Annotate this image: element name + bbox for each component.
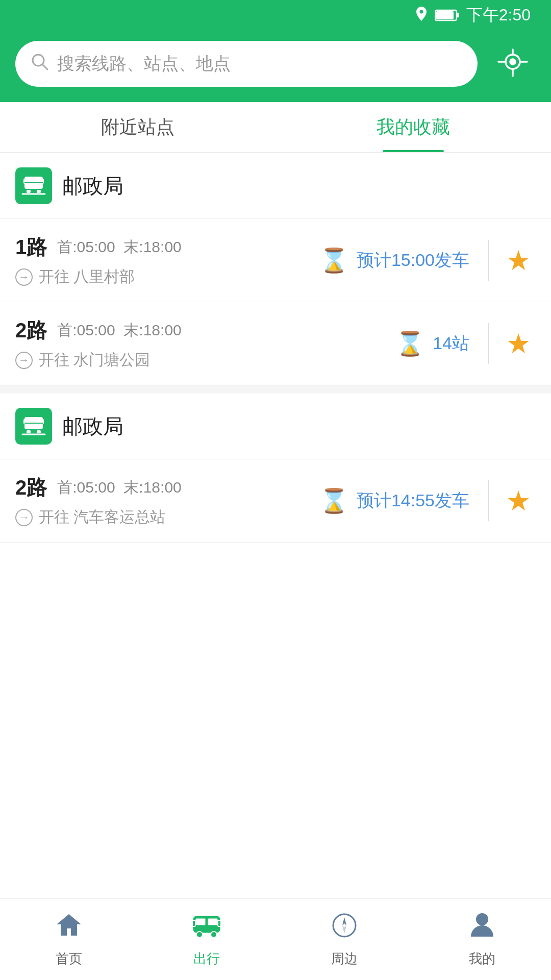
bottom-nav: 首页 出行 周边 (0, 898, 551, 980)
content: 邮政局 1路 首:05:00 末:18:00 → 开往 八里村部 ⌛ 预计15:… (0, 153, 551, 543)
hourglass-icon-3: ⌛ (319, 487, 348, 514)
bus-nav-icon (191, 911, 222, 946)
nav-label-travel: 出行 (193, 950, 220, 968)
svg-rect-1 (457, 13, 459, 17)
station-block-1: 邮政局 1路 首:05:00 末:18:00 → 开往 八里村部 ⌛ 预计15:… (0, 153, 551, 385)
hourglass-icon-2: ⌛ (395, 330, 424, 357)
location-button[interactable] (490, 41, 536, 87)
route-bottom-2: → 开往 水门塘公园 (15, 350, 395, 371)
svg-marker-34 (342, 925, 346, 934)
row-divider-1 (488, 240, 489, 281)
route-bottom-3: → 开往 汽车客运总站 (15, 507, 319, 528)
status-bar: 下午2:50 (0, 0, 551, 31)
svg-point-31 (211, 932, 217, 938)
svg-marker-33 (342, 917, 346, 925)
nav-item-travel[interactable]: 出行 (138, 899, 276, 980)
svg-line-4 (43, 65, 47, 69)
route-times-2: 首:05:00 末:18:00 (57, 320, 182, 341)
arrival-text-1: 预计15:00发车 (357, 249, 469, 272)
svg-point-30 (196, 932, 203, 938)
nav-item-home[interactable]: 首页 (0, 899, 138, 980)
station-block-2: 邮政局 2路 首:05:00 末:18:00 → 开往 汽车客运总站 ⌛ 预计1… (0, 394, 551, 543)
svg-rect-2 (436, 11, 454, 19)
location-status-icon (414, 7, 429, 24)
person-icon (469, 911, 495, 946)
route-info-2: 2路 首:05:00 末:18:00 → 开往 水门塘公园 (15, 316, 395, 371)
route-bottom-1: → 开往 八里村部 (15, 266, 319, 287)
arrival-text-2: 14站 (433, 332, 469, 355)
tabs: 附近站点 我的收藏 (0, 102, 551, 153)
route-number-3: 2路 (15, 474, 47, 502)
tab-favorites[interactable]: 我的收藏 (276, 102, 551, 152)
arrival-section-2: ⌛ 14站 (395, 330, 469, 357)
route-times-1: 首:05:00 末:18:00 (57, 237, 182, 258)
search-placeholder: 搜索线路、站点、地点 (57, 52, 231, 76)
arrival-section-1: ⌛ 预计15:00发车 (319, 247, 469, 274)
station-header-2: 邮政局 (0, 394, 551, 459)
direction-arrow-1: → (15, 268, 33, 286)
header: 搜索线路、站点、地点 (0, 31, 551, 102)
nav-item-mine[interactable]: 我的 (413, 899, 551, 980)
nav-label-nearby: 周边 (331, 950, 358, 968)
battery-icon (435, 8, 460, 22)
route-top-1: 1路 首:05:00 末:18:00 (15, 233, 319, 261)
route-row-3: 2路 首:05:00 末:18:00 → 开往 汽车客运总站 ⌛ 预计14:55… (0, 459, 551, 543)
route-row-2: 2路 首:05:00 末:18:00 → 开往 水门塘公园 ⌛ 14站 ★ (0, 302, 551, 385)
svg-rect-16 (37, 190, 41, 193)
svg-rect-22 (27, 430, 31, 433)
row-divider-2 (488, 323, 489, 364)
arrival-section-3: ⌛ 预计14:55发车 (319, 487, 469, 514)
tab-nearby[interactable]: 附近站点 (0, 102, 276, 152)
route-info-1: 1路 首:05:00 末:18:00 → 开往 八里村部 (15, 233, 319, 287)
route-row-1: 1路 首:05:00 末:18:00 → 开往 八里村部 ⌛ 预计15:00发车… (0, 219, 551, 302)
svg-point-3 (33, 55, 44, 66)
arrival-text-3: 预计14:55发车 (357, 489, 469, 512)
svg-rect-28 (192, 920, 195, 926)
svg-rect-27 (208, 918, 218, 925)
route-top-3: 2路 首:05:00 末:18:00 (15, 474, 319, 502)
station-name-2: 邮政局 (62, 412, 123, 440)
home-icon (55, 911, 83, 946)
nav-label-home: 首页 (56, 950, 82, 968)
svg-rect-15 (27, 190, 31, 193)
svg-rect-26 (195, 918, 206, 925)
nav-label-mine: 我的 (469, 950, 495, 968)
svg-point-35 (476, 913, 488, 925)
direction-arrow-2: → (15, 352, 33, 369)
row-divider-3 (488, 480, 489, 521)
search-bar[interactable]: 搜索线路、站点、地点 (15, 41, 478, 87)
star-button-1[interactable]: ★ (501, 239, 536, 282)
star-button-2[interactable]: ★ (501, 323, 536, 365)
direction-arrow-3: → (15, 509, 33, 526)
route-times-3: 首:05:00 末:18:00 (57, 477, 182, 498)
svg-point-6 (510, 59, 515, 64)
bus-stop-icon-2 (15, 408, 52, 445)
svg-rect-29 (218, 920, 221, 926)
star-button-3[interactable]: ★ (501, 480, 536, 522)
route-number-2: 2路 (15, 316, 47, 345)
compass-icon (330, 911, 359, 946)
station-name-1: 邮政局 (62, 172, 123, 200)
route-number-1: 1路 (15, 233, 47, 261)
bus-stop-icon-1 (15, 167, 52, 204)
station-header-1: 邮政局 (0, 153, 551, 219)
route-top-2: 2路 首:05:00 末:18:00 (15, 316, 395, 345)
svg-rect-23 (37, 430, 41, 433)
status-time: 下午2:50 (466, 4, 531, 27)
nav-item-nearby[interactable]: 周边 (276, 899, 413, 980)
search-icon (31, 53, 49, 76)
route-info-3: 2路 首:05:00 末:18:00 → 开往 汽车客运总站 (15, 474, 319, 528)
hourglass-icon-1: ⌛ (319, 247, 348, 274)
